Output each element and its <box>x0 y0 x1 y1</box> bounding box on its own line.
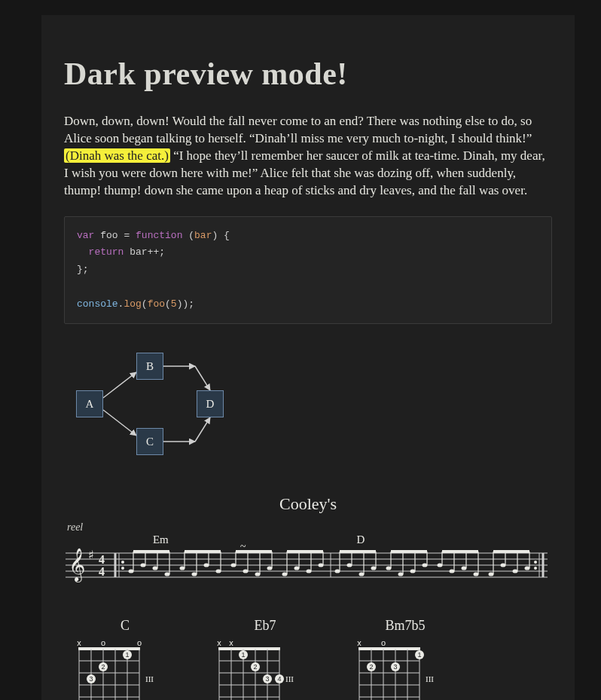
svg-text:o: o <box>101 638 105 647</box>
svg-text:III: III <box>285 674 294 683</box>
svg-point-16 <box>534 567 537 570</box>
svg-text:o: o <box>137 638 142 647</box>
svg-text:1: 1 <box>125 651 129 659</box>
svg-text:1: 1 <box>241 651 245 659</box>
paragraph-highlight: (Dinah was the cat.) <box>64 148 170 163</box>
code-console: console <box>77 298 118 310</box>
svg-point-28 <box>165 573 170 576</box>
svg-point-22 <box>129 570 134 573</box>
chord-diagram-1: Eb7 xx1234III <box>209 618 322 700</box>
svg-text:2: 2 <box>101 663 105 671</box>
chord-fretboard-2: xo123III <box>349 637 447 700</box>
svg-point-31 <box>180 567 185 570</box>
code-kw-function: function <box>136 230 182 241</box>
chord-name-0: C <box>69 618 182 634</box>
music-block: Cooley's reel Em D 𝄞 ♯ 4 4 <box>64 494 552 700</box>
svg-point-82 <box>474 573 479 576</box>
svg-point-26 <box>153 567 158 570</box>
svg-line-0 <box>103 372 136 398</box>
svg-point-69 <box>398 573 404 576</box>
music-title: Cooley's <box>64 494 552 514</box>
svg-text:1: 1 <box>417 651 421 659</box>
svg-point-33 <box>192 573 197 576</box>
svg-line-1 <box>103 410 136 436</box>
svg-point-85 <box>489 573 494 576</box>
chord-name-1: Eb7 <box>209 618 322 634</box>
chord-diagrams: C xoo123III Eb7 xx1234III Bm7b5 xo123III <box>69 618 552 700</box>
svg-text:x: x <box>217 638 221 647</box>
svg-point-44 <box>255 573 261 576</box>
svg-point-53 <box>307 570 312 573</box>
body-paragraph: Down, down, down! Would the fall never c… <box>64 113 552 200</box>
svg-point-78 <box>450 570 455 573</box>
svg-point-60 <box>347 564 352 567</box>
svg-text:x: x <box>229 638 233 647</box>
music-staff-wrap: Em D 𝄞 ♯ 4 4 <box>66 536 551 592</box>
svg-point-46 <box>267 567 273 570</box>
chord-fretboard-0: xoo123III <box>69 637 166 700</box>
svg-point-37 <box>216 570 221 573</box>
svg-line-3 <box>195 366 210 390</box>
note-groups <box>129 552 530 576</box>
svg-point-15 <box>534 561 537 564</box>
svg-text:3: 3 <box>265 675 269 683</box>
page-title: Dark preview mode! <box>64 56 552 92</box>
chord-marker-em: Em <box>153 533 169 546</box>
graph-node-a: A <box>76 390 103 417</box>
svg-point-49 <box>282 573 288 576</box>
svg-text:2: 2 <box>253 663 257 671</box>
svg-point-67 <box>386 567 392 570</box>
svg-point-14 <box>121 567 124 570</box>
svg-text:III: III <box>426 674 434 683</box>
svg-point-58 <box>335 570 340 573</box>
svg-point-76 <box>438 564 443 567</box>
code-log: log <box>124 298 141 310</box>
svg-text:3: 3 <box>89 675 93 683</box>
graph-node-d: D <box>197 390 224 417</box>
svg-point-89 <box>513 570 518 573</box>
svg-text:3: 3 <box>393 663 397 671</box>
treble-clef-icon: 𝄞 <box>69 548 85 583</box>
graph-node-c: C <box>136 428 163 455</box>
sharp-icon: ♯ <box>88 549 94 561</box>
svg-text:III: III <box>145 674 154 683</box>
time-sig-bot: 4 <box>99 565 105 578</box>
svg-point-40 <box>231 564 236 567</box>
svg-point-80 <box>462 567 467 570</box>
chord-diagram-2: Bm7b5 xo123III <box>349 618 462 700</box>
svg-point-87 <box>501 564 506 567</box>
svg-point-35 <box>204 564 209 567</box>
paragraph-pre: Down, down, down! Would the fall never c… <box>64 114 532 145</box>
svg-text:o: o <box>381 638 386 647</box>
svg-text:x: x <box>357 638 362 647</box>
music-subtype: reel <box>67 521 552 533</box>
svg-point-55 <box>319 564 324 567</box>
svg-point-64 <box>371 567 377 570</box>
code-id-bar: bar <box>194 230 212 241</box>
code-block: var foo = function (bar) { return bar++;… <box>64 216 552 325</box>
music-staff: 𝄞 ♯ 4 4 ~ <box>66 536 548 589</box>
code-kw-var: var <box>77 230 94 241</box>
svg-point-73 <box>423 564 428 567</box>
chord-diagram-0: C xoo123III <box>69 618 182 700</box>
svg-point-51 <box>294 567 300 570</box>
svg-text:x: x <box>77 638 81 647</box>
chord-fretboard-1: xx1234III <box>209 637 307 700</box>
code-kw-return: return <box>89 246 124 258</box>
svg-text:4: 4 <box>277 675 281 683</box>
svg-text:2: 2 <box>369 663 373 671</box>
graph-diagram: A B C D <box>69 344 257 464</box>
svg-point-13 <box>121 561 124 564</box>
svg-point-24 <box>141 564 146 567</box>
svg-point-62 <box>359 573 365 576</box>
svg-line-5 <box>195 417 210 442</box>
document-page: Dark preview mode! Down, down, down! Wou… <box>41 15 575 700</box>
time-sig-top: 4 <box>99 553 105 566</box>
graph-node-b: B <box>136 353 163 380</box>
svg-point-42 <box>243 570 249 573</box>
chord-name-2: Bm7b5 <box>349 618 462 634</box>
svg-point-71 <box>410 570 416 573</box>
chord-marker-d: D <box>356 533 365 546</box>
svg-point-91 <box>525 567 530 570</box>
code-id-foo: foo <box>100 230 117 241</box>
